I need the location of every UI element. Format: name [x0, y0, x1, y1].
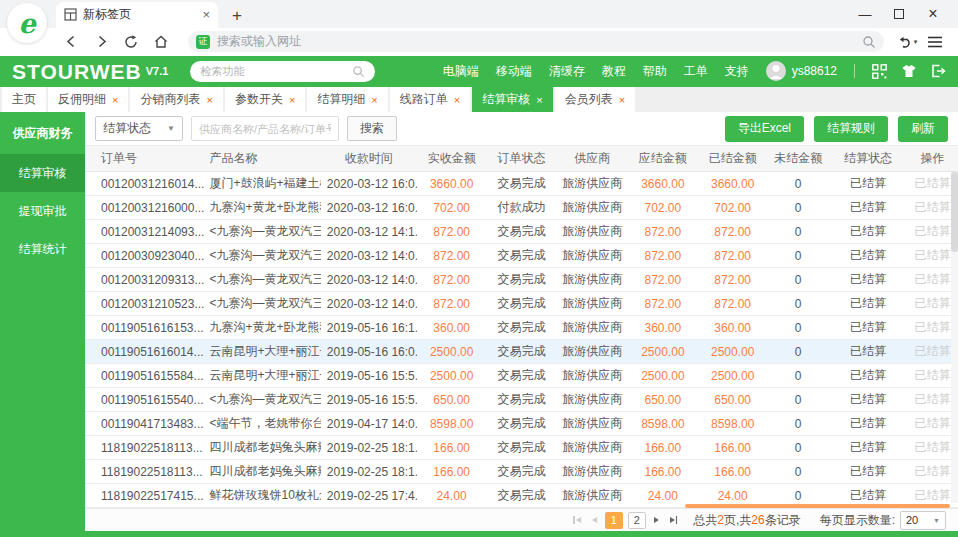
header-nav-item[interactable]: 支持 — [725, 63, 749, 80]
tab-close-icon[interactable]: × — [206, 94, 212, 106]
page-number-button[interactable]: 2 — [628, 512, 646, 529]
column-header: 供应商 — [556, 150, 628, 167]
back-icon[interactable] — [58, 31, 84, 53]
header-nav-item[interactable]: 移动端 — [496, 63, 532, 80]
column-header: 产品名称 — [205, 150, 320, 167]
browser-logo-icon[interactable]: e — [7, 3, 47, 43]
cell-product: <九寨沟—黄龙双汽三日游>... — [205, 271, 320, 288]
tab-close-icon[interactable]: × — [619, 94, 625, 106]
cell-product: 厦门+鼓浪屿+福建土楼5日4... — [205, 175, 320, 192]
app-version: V7.1 — [146, 65, 169, 77]
header-nav-item[interactable]: 帮助 — [643, 63, 667, 80]
undo-icon[interactable]: ▾ — [894, 31, 920, 53]
main-area: 供应商财务 结算审核 提现审批 结算统计 结算状态 ▼ 搜索 导出Excel — [0, 112, 958, 537]
table-row[interactable]: 00120031214093... <九寨沟—黄龙双汽三日游>... 2020-… — [85, 220, 958, 244]
page-tab[interactable]: 分销商列表 × — [130, 87, 222, 112]
page-tab[interactable]: 会员列表 × — [555, 87, 635, 112]
table-row[interactable]: 00120031216014... 厦门+鼓浪屿+福建土楼5日4... 2020… — [85, 172, 958, 196]
sidebar-item[interactable]: 结算统计 — [0, 230, 85, 268]
forward-icon[interactable] — [88, 31, 114, 53]
cell-time: 2019-04-17 14:0... — [321, 417, 417, 431]
tab-close-icon[interactable]: × — [289, 94, 295, 106]
last-page-icon[interactable] — [667, 512, 681, 528]
page-tab[interactable]: 结算审核 × — [472, 87, 552, 112]
prev-page-icon[interactable] — [589, 512, 600, 528]
tab-close-icon[interactable]: × — [454, 94, 460, 106]
cell-settle-status: 已结算 — [829, 175, 908, 192]
header-nav-item[interactable]: 清缓存 — [549, 63, 585, 80]
refresh-button[interactable]: 刷新 — [898, 116, 948, 142]
settle-status-select[interactable]: 结算状态 ▼ — [95, 116, 183, 141]
table-row[interactable]: 00119051615584... 云南昆明+大理+丽江+洱海+... 2019… — [85, 364, 958, 388]
tab-close-icon[interactable]: × — [112, 94, 118, 106]
tab-close-icon[interactable]: × — [371, 94, 377, 106]
sidebar-item[interactable]: 提现审批 — [0, 192, 85, 230]
table-row[interactable]: 00119041713483... <端午节，老姚带你台湾新体... 2019-… — [85, 412, 958, 436]
column-header: 未结金额 — [768, 150, 829, 167]
table-row[interactable]: 00120031210523... <九寨沟—黄龙双汽三日游>... 2020-… — [85, 292, 958, 316]
function-search-input[interactable]: 检索功能 — [190, 61, 375, 82]
new-tab-button[interactable]: + — [232, 7, 242, 24]
settle-rules-button[interactable]: 结算规则 — [814, 116, 888, 142]
undo-caret-icon: ▾ — [914, 38, 918, 46]
cell-time: 2020-03-12 14:0... — [321, 273, 417, 287]
table-row[interactable]: 00119051616014... 云南昆明+大理+丽江+洱海+... 2019… — [85, 340, 958, 364]
logout-icon[interactable] — [931, 64, 946, 78]
page-tab[interactable]: 参数开关 × — [225, 87, 305, 112]
minimize-button[interactable]: — — [848, 0, 882, 28]
cell-order-status: 付款成功 — [487, 199, 557, 216]
header-nav-item[interactable]: 电脑端 — [443, 63, 479, 80]
tab-close-icon[interactable]: × — [202, 7, 210, 22]
address-input[interactable]: 证 搜索或输入网址 — [188, 31, 884, 52]
vertical-scrollbar[interactable] — [951, 172, 958, 503]
cell-supplier: 旅游供应商 — [556, 319, 628, 336]
maximize-button[interactable] — [882, 0, 916, 28]
table-row[interactable]: 11819022518113... 四川成都老妈兔头麻辣兔腿自... 2019-… — [85, 460, 958, 484]
table-row[interactable]: 00120031216000... 九寨沟+黄龙+卧龙熊猫谷+都... 2020… — [85, 196, 958, 220]
table-row[interactable]: 00120030923040... <九寨沟—黄龙双汽三日游>... 2020-… — [85, 244, 958, 268]
table-row[interactable]: 00119051616153... 九寨沟+黄龙+卧龙熊猫谷+都... 2019… — [85, 316, 958, 340]
cell-unsettled: 0 — [768, 369, 829, 383]
cell-supplier: 旅游供应商 — [556, 367, 628, 384]
cell-time: 2019-02-25 18:1... — [321, 465, 417, 479]
reload-icon[interactable] — [118, 31, 144, 53]
page-tab[interactable]: 主页 × — [2, 87, 46, 112]
table-row[interactable]: 00119051615540... <九寨沟—黄龙双汽三日游>... 2019-… — [85, 388, 958, 412]
search-button[interactable]: 搜索 — [347, 116, 397, 141]
browser-tab[interactable]: 新标签页 × — [56, 2, 218, 28]
cell-amount: 3660.00 — [417, 177, 487, 191]
home-icon[interactable] — [148, 31, 174, 53]
shirt-icon[interactable] — [901, 64, 917, 78]
horizontal-scrollbar-thumb[interactable] — [685, 504, 950, 508]
keyword-search-input[interactable] — [191, 116, 339, 141]
export-excel-button[interactable]: 导出Excel — [725, 116, 804, 142]
qr-code-icon[interactable] — [872, 64, 887, 79]
address-placeholder: 搜索或输入网址 — [217, 33, 855, 50]
table-row[interactable]: 00120031209313... <九寨沟—黄龙双汽三日游>... 2020-… — [85, 268, 958, 292]
scrollbar-thumb[interactable] — [951, 172, 958, 252]
first-page-icon[interactable] — [570, 512, 584, 528]
header-divider — [854, 64, 855, 78]
table-row[interactable]: 11819022518113... 四川成都老妈兔头麻辣兔腿自... 2019-… — [85, 436, 958, 460]
close-window-button[interactable]: × — [916, 0, 950, 28]
browser-actions: ▾ — [894, 31, 948, 53]
page-tab[interactable]: 反佣明细 × — [48, 87, 128, 112]
next-page-icon[interactable] — [651, 512, 662, 528]
cell-supplier: 旅游供应商 — [556, 271, 628, 288]
header-nav-item[interactable]: 工单 — [684, 63, 708, 80]
cell-payable: 2500.00 — [628, 345, 698, 359]
cell-settle-status: 已结算 — [829, 415, 908, 432]
page-tab-label: 反佣明细 — [58, 91, 106, 108]
sidebar-item[interactable]: 结算审核 — [0, 154, 85, 192]
per-page-select[interactable]: 20 ▼ — [900, 511, 946, 530]
menu-icon[interactable] — [922, 31, 948, 53]
column-header: 操作 — [907, 150, 958, 167]
tab-close-icon[interactable]: × — [536, 94, 542, 106]
page-tab[interactable]: 结算明细 × — [307, 87, 387, 112]
cell-settled: 872.00 — [698, 297, 768, 311]
page-tab[interactable]: 线路订单 × — [390, 87, 470, 112]
cell-time: 2020-03-12 16:0... — [321, 201, 417, 215]
user-menu[interactable]: ys88612 — [766, 61, 837, 81]
header-nav-item[interactable]: 教程 — [602, 63, 626, 80]
page-number-button[interactable]: 1 — [605, 512, 623, 529]
